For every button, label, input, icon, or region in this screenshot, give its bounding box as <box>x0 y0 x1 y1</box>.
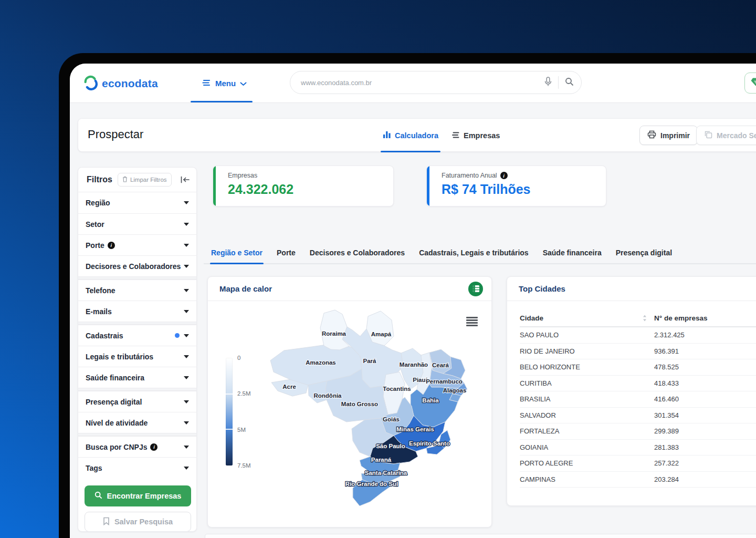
city-name-cell: CAMPINAS <box>520 475 643 483</box>
search-input[interactable] <box>301 79 544 87</box>
top-cities-table: Cidade N° de empresas SAO PAULO2.312.425… <box>520 309 756 488</box>
bar-chart-icon <box>383 131 391 140</box>
premium-button[interactable] <box>744 73 756 94</box>
filter-item-presen-a-digital[interactable]: Presença digital <box>78 391 196 412</box>
filter-item-sa-de-financeira[interactable]: Saúde financeira <box>78 367 196 388</box>
save-search-label: Salvar Pesquisa <box>114 518 173 526</box>
tab-empresas-label: Empresas <box>464 131 500 140</box>
chevron-down-icon <box>184 310 189 313</box>
search-icon-white <box>94 491 102 501</box>
city-name-cell: SAO PAULO <box>520 331 643 339</box>
menu-button[interactable]: Menu <box>202 64 247 103</box>
filter-item-tags[interactable]: Tags <box>78 457 196 478</box>
section-tab-cadastrais-legais-e-tribut-rios[interactable]: Cadastrais, Legais e tributários <box>419 242 529 263</box>
table-row[interactable]: BELO HORIZONTE478.525 <box>520 359 756 376</box>
filter-item-decisores-e-colaboradores[interactable]: Decisores e Colaboradores <box>78 255 196 276</box>
city-name-cell: BELO HORIZONTE <box>520 363 643 371</box>
table-row[interactable]: CURITIBA418.433 <box>520 376 756 392</box>
chevron-down-icon <box>184 201 189 204</box>
filter-item-busca-por-cnpjs[interactable]: Busca por CNPJsi <box>78 436 196 457</box>
topbar: econodata Menu <box>70 64 756 103</box>
state-rs[interactable] <box>353 480 393 506</box>
table-row[interactable]: FORTALEZA299.389 <box>520 423 756 440</box>
menu-label: Menu <box>215 79 236 88</box>
section-tab-sa-de-financeira[interactable]: Saúde financeira <box>543 242 602 263</box>
filter-item-e-mails[interactable]: E-mails <box>78 301 196 322</box>
table-row[interactable]: CAMPINAS203.284 <box>520 472 756 488</box>
table-row[interactable]: SAO PAULO2.312.425 <box>520 327 756 344</box>
view-tabs: Calculadora Empresas <box>383 119 500 152</box>
filter-item-legais-e-tribut-rios[interactable]: Legais e tributários <box>78 346 196 367</box>
filter-item-regi-o[interactable]: Região <box>78 192 196 213</box>
page-header-bar: Prospectar Calculadora Empresas Imprimir <box>78 118 756 152</box>
chevron-down-icon <box>184 446 189 449</box>
brazil-heatmap[interactable]: AcreAmazonasRoraimaAmapáParáMaranhãoPiau… <box>262 306 482 520</box>
city-name-cell: CURITIBA <box>520 379 643 387</box>
column-header-n-empresas[interactable]: N° de empresas <box>654 314 707 322</box>
info-icon[interactable]: i <box>150 443 158 451</box>
state-ce[interactable] <box>429 349 452 374</box>
export-excel-icon[interactable] <box>468 282 483 296</box>
section-tab-decisores-e-colaboradores[interactable]: Decisores e Colaboradores <box>310 242 405 263</box>
table-row[interactable]: PORTO ALEGRE257.322 <box>520 456 756 472</box>
url-search-bar[interactable] <box>290 71 582 94</box>
state-rr[interactable] <box>320 310 349 350</box>
clear-filters-button[interactable]: Limpar Filtros <box>118 173 172 187</box>
filter-item-porte[interactable]: Portei <box>78 234 196 255</box>
table-row[interactable]: SALVADOR301.354 <box>520 408 756 424</box>
trash-icon <box>122 176 128 183</box>
filter-item-n-vel-de-atividade[interactable]: Nível de atividade <box>78 412 196 433</box>
filter-item-label: E-mails <box>86 307 112 316</box>
tab-calculadora[interactable]: Calculadora <box>383 119 438 152</box>
legend-tick-label: 7.5M <box>237 462 251 469</box>
tab-empresas[interactable]: Empresas <box>452 119 500 152</box>
find-companies-button[interactable]: Encontrar Empresas <box>85 485 191 506</box>
filter-item-label: Saúde financeira <box>86 374 144 382</box>
heatmap-legend-bar <box>226 358 233 465</box>
filter-item-setor[interactable]: Setor <box>78 213 196 234</box>
next-card-edge <box>205 534 756 538</box>
chevron-down-icon <box>184 244 189 247</box>
section-tab-presen-a-digital[interactable]: Presença digital <box>616 242 672 263</box>
mercado-semelhante-button[interactable]: Mercado Sem <box>696 126 756 145</box>
company-count-cell: 301.354 <box>654 411 679 419</box>
microphone-icon[interactable] <box>544 77 552 89</box>
state-ro[interactable] <box>308 381 327 403</box>
company-count-cell: 478.525 <box>654 363 679 371</box>
stat-label: Faturamento Anual i <box>442 172 508 179</box>
collapse-sidebar-icon[interactable] <box>180 176 190 183</box>
econodata-logo[interactable]: econodata <box>82 64 158 103</box>
filter-item-label: Telefone <box>86 286 116 295</box>
filter-item-cadastrais[interactable]: Cadastrais <box>78 325 196 346</box>
filter-item-label: Setor <box>86 220 104 229</box>
chevron-down-icon <box>184 334 189 337</box>
section-tab-regi-o-e-setor[interactable]: Região e Setor <box>211 242 262 263</box>
sort-icon[interactable] <box>643 315 654 322</box>
chevron-down-icon <box>184 223 189 226</box>
print-button[interactable]: Imprimir <box>639 126 698 145</box>
stat-accent-blue <box>427 166 429 206</box>
stat-value: 24.322.062 <box>228 182 293 197</box>
save-search-button[interactable]: Salvar Pesquisa <box>85 512 191 532</box>
section-tab-porte[interactable]: Porte <box>277 242 296 263</box>
search-icon[interactable] <box>565 77 574 88</box>
chevron-down-icon <box>184 289 189 292</box>
table-row[interactable]: BRASILIA416.460 <box>520 391 756 408</box>
stat-label-text: Faturamento Anual <box>442 172 497 179</box>
find-companies-label: Encontrar Empresas <box>107 492 182 500</box>
city-name-cell: GOIANIA <box>520 443 643 451</box>
chevron-down-icon <box>184 376 189 379</box>
filter-item-label: Nível de atividade <box>86 419 148 427</box>
filter-item-label: Decisores e Colaboradores <box>86 262 181 271</box>
info-icon[interactable]: i <box>108 242 115 249</box>
filter-item-label: Presença digital <box>86 398 142 406</box>
info-icon[interactable]: i <box>500 172 508 179</box>
filter-item-telefone[interactable]: Telefone <box>78 280 196 301</box>
copy-icon <box>704 130 712 140</box>
city-name-cell: RIO DE JANEIRO <box>520 347 643 355</box>
column-header-cidade[interactable]: Cidade <box>520 314 643 322</box>
stat-card-empresas: Empresas 24.322.062 <box>213 165 394 206</box>
stat-accent-green <box>213 166 216 206</box>
table-row[interactable]: RIO DE JANEIRO936.391 <box>520 344 756 360</box>
table-row[interactable]: GOIANIA281.383 <box>520 440 756 456</box>
